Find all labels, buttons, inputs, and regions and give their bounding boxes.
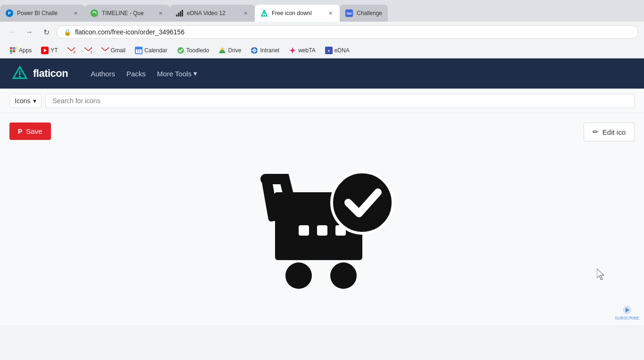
edit-icon-button[interactable]: ✏ Edit ico [584, 123, 635, 141]
tab-favicon-flaticon [260, 9, 268, 17]
bookmark-intranet[interactable]: Intranet [247, 45, 283, 56]
svg-rect-3 [176, 15, 177, 16]
tab-close-edna[interactable]: ✕ [242, 9, 249, 17]
bookmark-calendar[interactable]: 11 Calendar [131, 45, 171, 56]
bookmark-drive-label: Drive [228, 47, 241, 54]
tab-favicon-timeline [91, 9, 98, 17]
save-button[interactable]: P Save [9, 123, 51, 140]
save-label: Save [26, 127, 42, 135]
search-section: Icons ▾ [0, 89, 644, 113]
tab-timeline[interactable]: TIMELINE - Que ✕ [85, 5, 170, 22]
reload-button[interactable]: ↻ [40, 25, 53, 39]
svg-rect-17 [10, 53, 12, 54]
tab-powerbi[interactable]: P Power BI Challe ✕ [0, 5, 85, 22]
svg-marker-35 [219, 50, 226, 53]
dropdown-chevron-icon: ▾ [33, 97, 36, 105]
bookmark-gmail-label: Gmail [111, 47, 125, 54]
bookmark-drive[interactable]: Drive [215, 45, 245, 56]
lock-icon: 🔒 [64, 29, 71, 36]
subscribe-label: SUBSCRIBE [615, 316, 639, 320]
bookmark-gmail0[interactable]: 0 [64, 45, 79, 56]
search-input-wrapper [45, 94, 635, 108]
svg-marker-31 [220, 47, 224, 50]
nav-packs[interactable]: Packs [126, 70, 146, 78]
flaticon-logo[interactable]: flaticon [11, 65, 68, 82]
svg-point-2 [91, 9, 98, 17]
tab-flaticon[interactable]: Free icon downl ✕ [255, 5, 340, 22]
tab-edna[interactable]: eDNA Video 12 ✕ [170, 5, 255, 22]
logo-text: flaticon [33, 67, 68, 80]
svg-text:1: 1 [90, 50, 92, 54]
tab-close-timeline[interactable]: ✕ [157, 9, 164, 17]
search-input[interactable] [52, 97, 627, 105]
bookmark-yt-label: YT [50, 47, 58, 54]
bookmark-toodledo[interactable]: Toodledo [173, 45, 213, 56]
svg-rect-5 [180, 11, 181, 16]
svg-point-51 [330, 262, 357, 289]
bookmark-edna[interactable]: e eDNA [321, 45, 353, 56]
more-tools-label: More Tools [157, 70, 192, 78]
address-bar: ← → ↻ 🔒 flaticon.com/free-icon/order_349… [0, 22, 644, 42]
icons-dropdown[interactable]: Icons ▾ [9, 94, 42, 108]
forward-button[interactable]: → [23, 25, 36, 39]
tab-title-flaticon: Free icon downl [272, 10, 323, 16]
svg-rect-16 [13, 50, 15, 52]
flaticon-logo-icon [11, 65, 28, 82]
svg-rect-14 [16, 47, 17, 49]
calendar-icon: 11 [135, 47, 142, 54]
bookmark-apps-label: Apps [19, 47, 32, 54]
youtube-icon [41, 47, 49, 54]
nav-authors[interactable]: Authors [91, 70, 115, 78]
tab-close-powerbi[interactable]: ✕ [72, 9, 79, 17]
tab-favicon-ibb: ibb [345, 9, 353, 17]
svg-point-29 [177, 47, 184, 54]
bookmark-edna-label: eDNA [335, 47, 350, 54]
back-button[interactable]: ← [6, 25, 19, 39]
tab-close-flaticon[interactable]: ✕ [326, 9, 334, 17]
bookmark-yt[interactable]: YT [37, 45, 61, 56]
main-nav: Authors Packs More Tools ▾ [91, 69, 197, 78]
main-content: P Save ✏ Edit ico [0, 113, 644, 325]
url-bar[interactable]: 🔒 flaticon.com/free-icon/order_3496156 [57, 25, 638, 39]
svg-text:11: 11 [137, 49, 141, 53]
icons-label: Icons [15, 97, 30, 105]
bookmark-gmail1[interactable]: 1 [81, 45, 96, 56]
bookmark-apps[interactable]: Apps [6, 45, 35, 56]
bookmark-gmail[interactable]: Gmail [98, 45, 129, 56]
tab-title-edna: eDNA Video 12 [187, 10, 238, 16]
svg-text:0: 0 [73, 50, 75, 54]
svg-rect-53 [317, 225, 327, 236]
svg-point-50 [285, 262, 312, 289]
intranet-icon [251, 47, 258, 54]
tab-favicon-powerbi: P [6, 9, 13, 17]
edit-pencil-icon: ✏ [593, 128, 599, 136]
bookmark-intranet-label: Intranet [260, 47, 279, 54]
svg-rect-12 [10, 47, 12, 49]
toodledo-icon [177, 47, 184, 54]
gmail1-icon: 1 [84, 47, 92, 54]
bookmark-calendar-label: Calendar [144, 47, 167, 54]
edna-icon: e [325, 47, 333, 54]
pinterest-icon: P [18, 128, 22, 135]
svg-rect-6 [182, 10, 183, 16]
svg-text:ibb: ibb [347, 12, 352, 15]
site-content: flaticon Authors Packs More Tools ▾ Icon… [0, 58, 644, 325]
nav-more-tools[interactable]: More Tools ▾ [157, 69, 197, 78]
bookmark-webta-label: webTA [298, 47, 315, 54]
flaticon-header: flaticon Authors Packs More Tools ▾ [0, 58, 644, 89]
tab-bar: P Power BI Challe ✕ TIMELINE - Que ✕ [0, 0, 644, 22]
icon-display [9, 123, 635, 302]
svg-text:e: e [327, 49, 330, 53]
bookmark-webta[interactable]: webTA [285, 45, 319, 56]
apps-icon [9, 47, 17, 54]
gmail-icon [101, 47, 109, 54]
edit-icon-label: Edit ico [602, 128, 626, 136]
svg-text:P: P [8, 11, 11, 16]
tab-ibb[interactable]: ibb Challenge [340, 5, 388, 22]
order-icon [247, 141, 398, 292]
svg-point-9 [264, 15, 265, 16]
tab-title-ibb: Challenge [357, 10, 382, 16]
webta-icon [289, 47, 296, 54]
svg-point-58 [335, 175, 390, 230]
subscribe-badge[interactable]: SUBSCRIBE [615, 305, 639, 320]
